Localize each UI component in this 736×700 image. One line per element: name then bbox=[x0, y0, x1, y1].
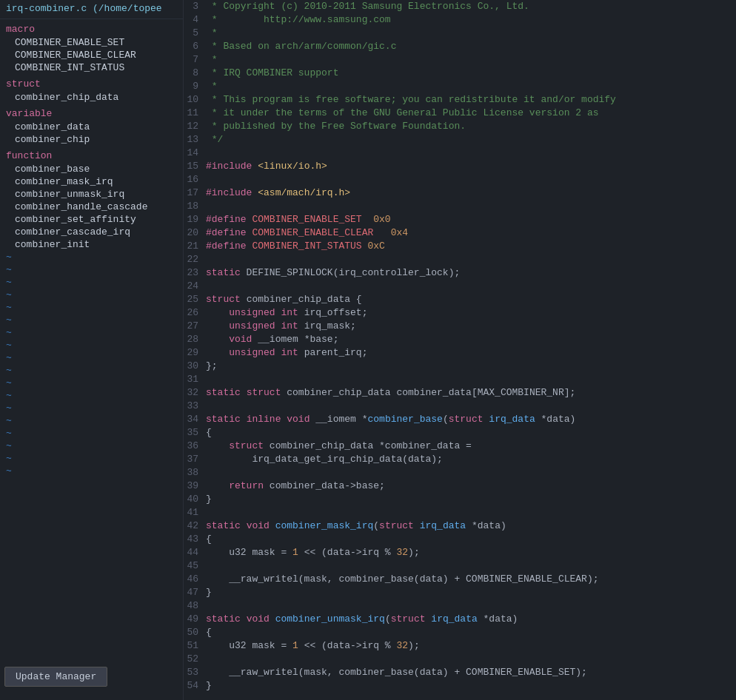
sidebar-item-combiner-int-status[interactable]: COMBINER_INT_STATUS bbox=[0, 61, 183, 74]
line-num-41: 41 bbox=[184, 506, 206, 519]
code-line-48: 48 bbox=[184, 599, 736, 613]
code-line-54: 54 } bbox=[184, 679, 736, 693]
line-content-50: { bbox=[206, 626, 212, 639]
sidebar-item-combiner-enable-set[interactable]: COMBINER_ENABLE_SET bbox=[0, 36, 183, 49]
line-content-21: #define COMBINER_INT_STATUS 0xC bbox=[206, 240, 385, 253]
code-line-29: 29 unsigned int parent_irq; bbox=[184, 346, 736, 360]
sidebar-item-combiner-unmask-irq[interactable]: combiner_unmask_irq bbox=[0, 188, 183, 201]
tilde-3: ~ bbox=[0, 276, 183, 289]
line-content-44: u32 mask = 1 << (data->irq % 32); bbox=[206, 546, 420, 559]
line-num-52: 52 bbox=[184, 653, 206, 666]
line-num-4: 4 bbox=[184, 13, 206, 27]
code-line-37: 37 irq_data_get_irq_chip_data(data); bbox=[184, 453, 736, 466]
code-line-41: 41 bbox=[184, 506, 736, 519]
code-line-7: 7 * bbox=[184, 53, 736, 67]
code-line-31: 31 bbox=[184, 373, 736, 386]
sidebar-item-combiner-handle-cascade[interactable]: combiner_handle_cascade bbox=[0, 201, 183, 213]
line-num-21: 21 bbox=[184, 240, 206, 253]
line-num-20: 20 bbox=[184, 226, 206, 240]
tilde-1: ~ bbox=[0, 251, 183, 263]
sidebar-section-variable: variable bbox=[0, 104, 183, 121]
code-line-11: 11 * it under the terms of the GNU Gener… bbox=[184, 107, 736, 120]
line-num-39: 39 bbox=[184, 479, 206, 493]
code-line-3: 3 * Copyright (c) 2010-2011 Samsung Elec… bbox=[184, 0, 736, 13]
code-line-40: 40 } bbox=[184, 493, 736, 506]
line-content-19: #define COMBINER_ENABLE_SET 0x0 bbox=[206, 213, 391, 226]
code-line-45: 45 bbox=[184, 559, 736, 573]
line-num-26: 26 bbox=[184, 306, 206, 320]
line-num-12: 12 bbox=[184, 120, 206, 133]
sidebar-item-combiner-init[interactable]: combiner_init bbox=[0, 238, 183, 251]
sidebar-item-combiner-cascade-irq[interactable]: combiner_cascade_irq bbox=[0, 226, 183, 238]
line-content-47: } bbox=[206, 586, 212, 599]
line-num-44: 44 bbox=[184, 546, 206, 559]
tilde-2: ~ bbox=[0, 263, 183, 276]
code-line-25: 25 struct combiner_chip_data { bbox=[184, 293, 736, 306]
line-content-15: #include <linux/io.h> bbox=[206, 160, 327, 173]
code-line-12: 12 * published by the Free Software Foun… bbox=[184, 120, 736, 133]
line-content-6: * Based on arch/arm/common/gic.c bbox=[206, 40, 396, 53]
line-content-51: u32 mask = 1 << (data->irq % 32); bbox=[206, 639, 420, 653]
line-num-50: 50 bbox=[184, 626, 206, 639]
code-line-47: 47 } bbox=[184, 586, 736, 599]
sidebar-item-combiner-chip[interactable]: combiner_chip bbox=[0, 133, 183, 146]
line-num-3: 3 bbox=[184, 0, 206, 13]
code-line-14: 14 bbox=[184, 147, 736, 160]
code-line-22: 22 bbox=[184, 253, 736, 266]
line-num-32: 32 bbox=[184, 386, 206, 400]
code-line-51: 51 u32 mask = 1 << (data->irq % 32); bbox=[184, 639, 736, 653]
line-content-32: static struct combiner_chip_data combine… bbox=[206, 386, 575, 400]
line-num-46: 46 bbox=[184, 573, 206, 586]
code-line-6: 6 * Based on arch/arm/common/gic.c bbox=[184, 40, 736, 53]
tilde-15: ~ bbox=[0, 427, 183, 440]
line-content-23: static DEFINE_SPINLOCK(irq_controller_lo… bbox=[206, 266, 460, 280]
line-content-37: irq_data_get_irq_chip_data(data); bbox=[206, 453, 443, 466]
line-content-5: * bbox=[206, 27, 218, 40]
line-num-14: 14 bbox=[184, 147, 206, 160]
line-num-5: 5 bbox=[184, 27, 206, 40]
sidebar-item-combiner-data[interactable]: combiner_data bbox=[0, 121, 183, 133]
line-num-19: 19 bbox=[184, 213, 206, 226]
line-content-20: #define COMBINER_ENABLE_CLEAR 0x4 bbox=[206, 226, 408, 240]
line-num-25: 25 bbox=[184, 293, 206, 306]
sidebar-item-combiner-enable-clear[interactable]: COMBINER_ENABLE_CLEAR bbox=[0, 49, 183, 61]
code-line-50: 50 { bbox=[184, 626, 736, 639]
update-manager-button[interactable]: Update Manager bbox=[4, 667, 107, 687]
code-line-9: 9 * bbox=[184, 80, 736, 93]
tilde-12: ~ bbox=[0, 389, 183, 402]
sidebar-item-combiner-set-affinity[interactable]: combiner_set_affinity bbox=[0, 213, 183, 226]
code-line-36: 36 struct combiner_chip_data *combiner_d… bbox=[184, 440, 736, 453]
line-content-46: __raw_writel(mask, combiner_base(data) +… bbox=[206, 573, 599, 586]
tilde-8: ~ bbox=[0, 339, 183, 351]
line-content-12: * published by the Free Software Foundat… bbox=[206, 120, 466, 133]
tilde-7: ~ bbox=[0, 326, 183, 339]
sidebar-item-combiner-chip-data[interactable]: combiner_chip_data bbox=[0, 91, 183, 104]
code-line-16: 16 bbox=[184, 173, 736, 186]
line-num-17: 17 bbox=[184, 186, 206, 200]
tilde-4: ~ bbox=[0, 289, 183, 301]
code-line-46: 46 __raw_writel(mask, combiner_base(data… bbox=[184, 573, 736, 586]
line-num-11: 11 bbox=[184, 107, 206, 120]
line-content-30: }; bbox=[206, 360, 218, 373]
code-line-26: 26 unsigned int irq_offset; bbox=[184, 306, 736, 320]
line-num-48: 48 bbox=[184, 599, 206, 613]
line-num-36: 36 bbox=[184, 440, 206, 453]
line-content-27: unsigned int irq_mask; bbox=[206, 320, 356, 333]
tilde-9: ~ bbox=[0, 351, 183, 364]
sidebar-section-macro: macro bbox=[0, 19, 183, 36]
code-line-53: 53 __raw_writel(mask, combiner_base(data… bbox=[184, 666, 736, 679]
line-content-36: struct combiner_chip_data *combiner_data… bbox=[206, 440, 472, 453]
code-line-39: 39 return combiner_data->base; bbox=[184, 479, 736, 493]
sidebar-item-combiner-mask-irq[interactable]: combiner_mask_irq bbox=[0, 175, 183, 188]
line-num-16: 16 bbox=[184, 173, 206, 186]
code-line-28: 28 void __iomem *base; bbox=[184, 333, 736, 346]
code-line-42: 42 static void combiner_mask_irq(struct … bbox=[184, 519, 736, 533]
line-content-13: */ bbox=[206, 133, 223, 147]
line-content-17: #include <asm/mach/irq.h> bbox=[206, 186, 350, 200]
sidebar-item-combiner-base[interactable]: combiner_base bbox=[0, 163, 183, 175]
line-num-37: 37 bbox=[184, 453, 206, 466]
line-num-45: 45 bbox=[184, 559, 206, 573]
code-line-43: 43 { bbox=[184, 533, 736, 546]
code-line-10: 10 * This program is free software; you … bbox=[184, 93, 736, 107]
line-num-27: 27 bbox=[184, 320, 206, 333]
